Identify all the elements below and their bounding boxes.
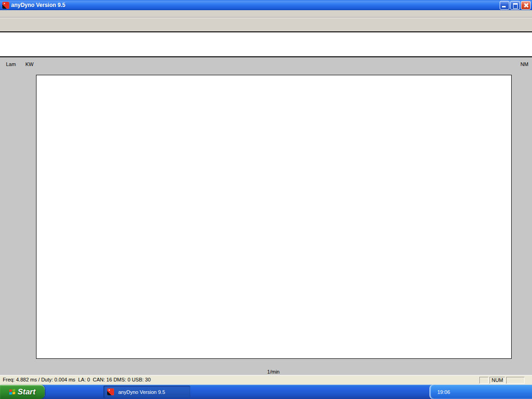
quick-launch	[46, 385, 101, 399]
kw-axis-title: KW	[25, 61, 34, 67]
close-button[interactable]	[521, 1, 531, 10]
lambda-axis-title: Lam	[6, 61, 16, 67]
x-axis-unit-label: 1/min	[36, 369, 511, 375]
start-label: Start	[18, 387, 36, 397]
start-button[interactable]: Start	[0, 385, 45, 399]
task-label: anyDyno Version 9.5	[118, 389, 165, 395]
num-lock-indicator: NUM	[490, 377, 505, 384]
title-bar: anyDyno Version 9.5	[0, 0, 532, 10]
chart-area: Lam KW NM 1/min	[0, 57, 532, 375]
toolbar	[0, 18, 532, 31]
anydyno-window: anyDyno Version 9.5 Lam KW NM 1/min Freq…	[0, 0, 532, 399]
status-pane-2	[506, 377, 525, 384]
nm-axis-title: NM	[520, 61, 528, 67]
status-bar: Freq: 4.882 ms / Duty: 0.004 ms LA: 0 CA…	[0, 375, 532, 385]
plot-canvas[interactable]	[36, 75, 512, 359]
runs-table	[0, 31, 532, 57]
windows-flag-icon	[9, 389, 15, 394]
status-text: Freq: 4.882 ms / Duty: 0.004 ms LA: 0 CA…	[3, 377, 151, 382]
menu-bar	[0, 10, 532, 18]
restore-button[interactable]	[510, 1, 520, 10]
taskbar: Start anyDyno Version 9.5 19:06	[0, 385, 532, 399]
window-title: anyDyno Version 9.5	[11, 2, 500, 8]
app-icon	[2, 2, 9, 9]
status-pane-1	[479, 377, 489, 384]
taskbar-task-anydyno[interactable]: anyDyno Version 9.5	[103, 386, 190, 398]
minimize-button[interactable]	[500, 1, 509, 10]
app-icon	[107, 388, 114, 395]
system-tray: 19:06	[429, 385, 532, 399]
taskbar-clock[interactable]: 19:06	[437, 389, 450, 395]
